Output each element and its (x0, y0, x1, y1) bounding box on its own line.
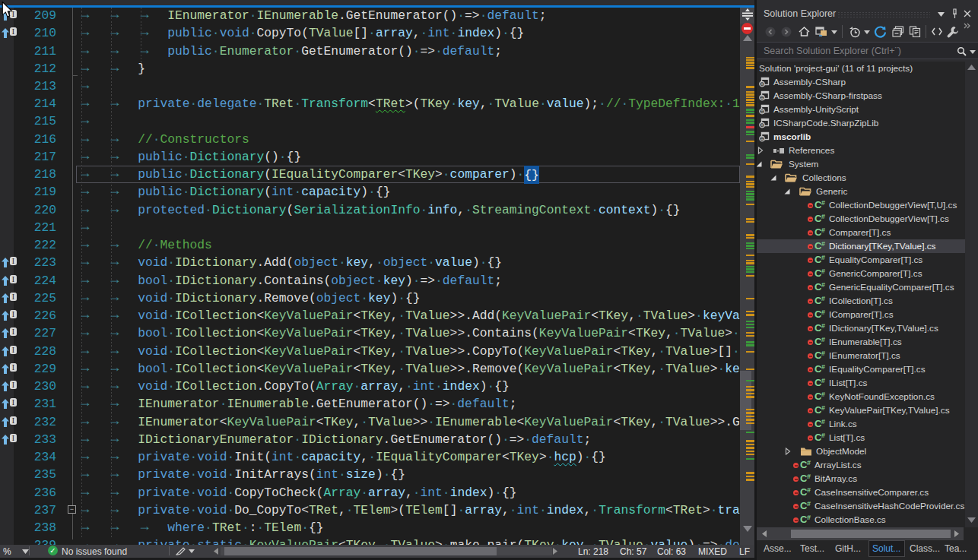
svg-text:#: # (760, 109, 764, 114)
svg-text:#: # (760, 136, 764, 141)
svg-text:#: # (760, 81, 764, 87)
svg-text:#: # (760, 122, 764, 128)
svg-text:#: # (760, 95, 764, 100)
